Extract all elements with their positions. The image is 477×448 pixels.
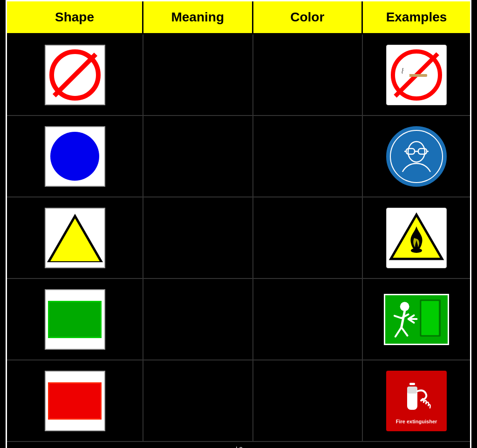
example-cell-warning	[363, 197, 470, 278]
meaning-cell-3	[143, 197, 253, 278]
meaning-cell-4	[143, 279, 253, 360]
meaning-cell-1	[143, 34, 253, 115]
shape-cell-prohibition	[7, 34, 143, 115]
red-rect-shape-icon	[45, 371, 105, 431]
exit-icon	[385, 295, 448, 344]
blue-circle-shape-icon	[45, 126, 105, 187]
shape-cell-firefighting	[7, 360, 143, 441]
safety-glasses-sign	[386, 126, 447, 187]
blue-circle-shape	[50, 132, 99, 181]
color-cell-3	[253, 197, 363, 278]
example-cell-safe	[363, 279, 470, 360]
color-cell-4	[253, 279, 363, 360]
red-rectangle-shape	[48, 382, 102, 420]
no-smoking-circle	[391, 49, 442, 101]
header-shape: Shape	[7, 1, 143, 33]
cigarette-icon	[400, 68, 433, 82]
svg-rect-15	[407, 387, 417, 394]
emergency-exit-sign	[384, 294, 449, 345]
table-row	[7, 34, 470, 116]
svg-point-13	[400, 302, 409, 311]
svg-rect-1	[405, 74, 409, 77]
no-symbol-shape	[49, 49, 101, 101]
color-cell-2	[253, 116, 363, 197]
prohibition-shape-icon	[45, 45, 105, 105]
header-meaning: Meaning	[143, 1, 253, 33]
shape-cell-mandatory	[7, 116, 143, 197]
svg-rect-12	[421, 301, 439, 335]
svg-rect-3	[406, 149, 415, 154]
triangle-shape	[47, 214, 103, 262]
table-row	[7, 279, 470, 360]
table-row	[7, 197, 470, 279]
meaning-cell-5	[143, 360, 253, 441]
fire-extinguisher-label: Fire extinguisher	[396, 419, 437, 424]
triangle-inner	[50, 218, 100, 261]
shape-cell-safe	[7, 279, 143, 360]
table-header: Shape Meaning Color Examples	[7, 1, 470, 34]
svg-rect-4	[418, 149, 427, 154]
watermark: www.ak3u.com	[7, 442, 470, 448]
shape-cell-warning	[7, 197, 143, 278]
table-row	[7, 116, 470, 197]
header-examples: Examples	[363, 1, 470, 33]
svg-point-9	[411, 248, 422, 253]
glasses-inner	[391, 131, 442, 182]
green-rect-shape-icon	[45, 289, 105, 350]
svg-rect-16	[409, 383, 415, 385]
no-smoking-sign	[386, 45, 447, 105]
glasses-icon	[398, 140, 435, 173]
fire-extinguisher-sign: Fire extinguisher	[386, 371, 447, 431]
fire-extinguisher-icon	[395, 377, 437, 417]
color-cell-5	[253, 360, 363, 441]
flammable-icon	[388, 212, 444, 264]
header-color: Color	[253, 1, 363, 33]
example-cell-firefighting: Fire extinguisher	[363, 360, 470, 441]
example-cell-prohibition	[363, 34, 470, 115]
table-row: Fire extinguisher	[7, 360, 470, 442]
meaning-cell-2	[143, 116, 253, 197]
green-rectangle-shape	[48, 301, 102, 338]
safety-signs-table: Shape Meaning Color Examples	[6, 0, 471, 448]
flammable-sign	[386, 208, 447, 268]
triangle-shape-icon	[45, 208, 105, 268]
example-cell-mandatory	[363, 116, 470, 197]
color-cell-1	[253, 34, 363, 115]
